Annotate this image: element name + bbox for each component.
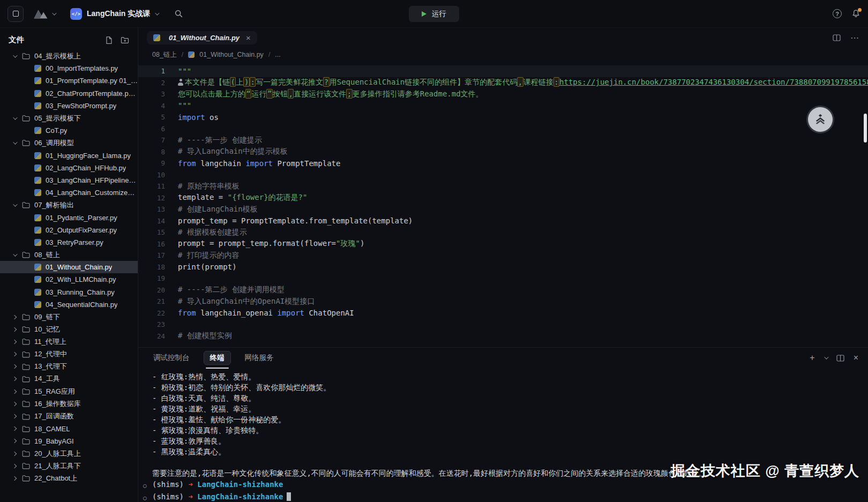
- prompt-arrow-icon: ➜: [188, 492, 192, 501]
- tree-item-label: 02_OutputFixParser.py: [46, 226, 117, 234]
- code-line-6[interactable]: 6: [138, 123, 868, 135]
- tree-folder-14_工具[interactable]: 14_工具: [0, 373, 138, 385]
- more-options-button[interactable]: ⋯: [850, 33, 859, 43]
- help-button[interactable]: ?: [833, 9, 842, 18]
- tree-item-label: 13_代理下: [34, 362, 67, 371]
- terminal-dropdown-button[interactable]: [824, 356, 827, 359]
- tree-file-00_ImportTemplates.py[interactable]: 00_ImportTemplates.py: [0, 62, 138, 74]
- tree-file-03_Running_Chain.py[interactable]: 03_Running_Chain.py: [0, 286, 138, 298]
- code-line-2[interactable]: 2本文件是【链(上):写一篇完美鲜花推文?用SequencialChain链接不…: [138, 77, 868, 89]
- code-line-17[interactable]: 17# 打印提示的内容: [138, 250, 868, 261]
- split-panel-button[interactable]: [836, 355, 844, 362]
- code-line-21[interactable]: 21# 导入LangChain中的OpenAI模型接口: [138, 296, 868, 308]
- close-tab-icon[interactable]: ×: [246, 34, 251, 42]
- search-button[interactable]: [172, 7, 185, 20]
- tree-folder-20_人脉工具上[interactable]: 20_人脉工具上: [0, 447, 138, 460]
- tree-file-02_ChatPromptTemplate.py 0...[interactable]: 02_ChatPromptTemplate.py 0...: [0, 87, 138, 100]
- code-line-14[interactable]: 14prompt_temp = PromptTemplate.from_temp…: [138, 215, 868, 227]
- code-line-10[interactable]: 10: [138, 169, 868, 181]
- breadcrumb-more[interactable]: ...: [275, 51, 280, 58]
- tree-file-01_Without_Chain.py[interactable]: 01_Without_Chain.py: [0, 261, 138, 273]
- line-number: 24: [138, 332, 165, 340]
- code-line-13[interactable]: 13# 创建LangChain模板: [138, 204, 868, 215]
- panel-tab-调试控制台[interactable]: 调试控制台: [152, 351, 191, 365]
- editor-tab[interactable]: 01_Without_Chain.py ×: [147, 31, 257, 44]
- split-editor-button[interactable]: [833, 34, 841, 41]
- panel-tab-终端[interactable]: 终端: [204, 351, 231, 365]
- tree-folder-08_链上[interactable]: 08_链上: [0, 249, 138, 261]
- tree-folder-16_操作数据库[interactable]: 16_操作数据库: [0, 398, 138, 410]
- tree-file-03_FewShotPrompt.py[interactable]: 03_FewShotPrompt.py: [0, 100, 138, 112]
- project-selector[interactable]: </> LangChain 实战课: [66, 6, 162, 22]
- code-line-15[interactable]: 15# 根据模板创建提示: [138, 227, 868, 238]
- tree-file-CoT.py[interactable]: CoT.py: [0, 124, 138, 137]
- tree-folder-10_记忆[interactable]: 10_记忆: [0, 323, 138, 335]
- project-name: LangChain 实战课: [87, 9, 150, 19]
- tree-folder-19_BabyAGI[interactable]: 19_BabyAGI: [0, 435, 138, 447]
- panel-tab-网络服务[interactable]: 网络服务: [244, 351, 275, 365]
- tree-folder-09_链下[interactable]: 09_链下: [0, 311, 138, 323]
- tree-file-03_RetryParser.py[interactable]: 03_RetryParser.py: [0, 236, 138, 249]
- python-file-icon: [34, 189, 41, 196]
- tree-folder-04_提示模板上[interactable]: 04_提示模板上: [0, 50, 138, 62]
- tree-folder-17_回调函数[interactable]: 17_回调函数: [0, 410, 138, 422]
- tree-folder-15_RAG应用[interactable]: 15_RAG应用: [0, 385, 138, 398]
- tree-file-03_LangChain_HFPipeline.py[interactable]: 03_LangChain_HFPipeline.py: [0, 174, 138, 186]
- tree-file-04_SequentialChain.py[interactable]: 04_SequentialChain.py: [0, 298, 138, 311]
- code-line-11[interactable]: 11# 原始字符串模板: [138, 181, 868, 192]
- prompt-arrow-icon: ➜: [188, 480, 192, 489]
- code-line-20[interactable]: 20# ----第二步 创建并调用模型: [138, 284, 868, 296]
- tree-file-04_LangChain_CustomizeMod...[interactable]: 04_LangChain_CustomizeMod...: [0, 186, 138, 199]
- line-content: prompt = prompt_temp.format(flower="玫瑰"): [165, 239, 364, 249]
- tree-item-label: 08_链上: [34, 250, 60, 260]
- tree-folder-18_CAMEL[interactable]: 18_CAMEL: [0, 423, 138, 435]
- code-line-22[interactable]: 22from langchain_openai import ChatOpenA…: [138, 308, 868, 319]
- tree-folder-07_解析输出[interactable]: 07_解析输出: [0, 199, 138, 211]
- tree-folder-21_人脉工具下[interactable]: 21_人脉工具下: [0, 460, 138, 472]
- tab-label: 01_Without_Chain.py: [169, 34, 240, 42]
- notifications-button[interactable]: [851, 9, 860, 18]
- tree-file-01_PromptTemplate.py 01_sof...[interactable]: 01_PromptTemplate.py 01_sof...: [0, 74, 138, 87]
- code-line-9[interactable]: 9from langchain import PromptTemplate: [138, 158, 868, 169]
- terminal-line: - 黑玫瑰:温柔真心。: [152, 446, 857, 457]
- code-area[interactable]: 1"""2本文件是【链(上):写一篇完美鲜花推文?用SequencialChai…: [138, 62, 868, 347]
- breadcrumb-file[interactable]: 01_Without_Chain.py: [199, 51, 264, 58]
- new-folder-button[interactable]: [121, 36, 129, 44]
- tree-folder-12_代理中[interactable]: 12_代理中: [0, 348, 138, 361]
- code-line-3[interactable]: 3您可以点击最上方的“运行”按钮,直接运行该文件;更多操作指引请参考Readme…: [138, 88, 868, 100]
- code-line-18[interactable]: 18print(prompt): [138, 261, 868, 273]
- code-line-5[interactable]: 5import os: [138, 111, 868, 123]
- python-file-icon: [34, 239, 41, 246]
- new-file-button[interactable]: [105, 36, 113, 44]
- tree-file-02_OutputFixParser.py[interactable]: 02_OutputFixParser.py: [0, 224, 138, 236]
- tree-folder-22_Chatbot上[interactable]: 22_Chatbot上: [0, 472, 138, 484]
- terminal-output[interactable]: - 红玫瑰:热情、热爱、爱情。- 粉玫瑰:初恋、特别的关怀、喜欢你那灿烂的微笑。…: [138, 368, 868, 502]
- tree-file-01_HuggingFace_Llama.py[interactable]: 01_HuggingFace_Llama.py: [0, 149, 138, 162]
- tree-file-02_With_LLMChain.py[interactable]: 02_With_LLMChain.py: [0, 273, 138, 286]
- tree-folder-05_提示模板下[interactable]: 05_提示模板下: [0, 112, 138, 124]
- code-line-23[interactable]: 23: [138, 319, 868, 331]
- tree-item-label: 04_LangChain_CustomizeMod...: [46, 189, 138, 197]
- code-line-12[interactable]: 12template = "{flower}的花语是?": [138, 192, 868, 204]
- app-menu-button[interactable]: [30, 6, 58, 21]
- code-line-19[interactable]: 19: [138, 273, 868, 284]
- tree-folder-13_代理下[interactable]: 13_代理下: [0, 361, 138, 373]
- code-line-8[interactable]: 8# 导入LangChain中的提示模板: [138, 146, 868, 158]
- code-line-7[interactable]: 7# ----第一步 创建提示: [138, 134, 868, 146]
- close-panel-button[interactable]: ×: [854, 353, 858, 363]
- folder-icon: [22, 115, 30, 122]
- tree-folder-11_代理上[interactable]: 11_代理上: [0, 335, 138, 348]
- tree-item-label: 09_链下: [34, 312, 60, 322]
- tree-folder-06_调用模型[interactable]: 06_调用模型: [0, 137, 138, 149]
- breadcrumb-folder[interactable]: 08_链上: [152, 50, 177, 59]
- new-terminal-button[interactable]: +: [810, 353, 814, 363]
- tree-file-02_LangChain_HFHub.py[interactable]: 02_LangChain_HFHub.py: [0, 162, 138, 174]
- scrollbar-thumb[interactable]: [864, 114, 867, 143]
- code-line-1[interactable]: 1""": [138, 65, 868, 77]
- run-button[interactable]: 运行: [409, 6, 459, 22]
- code-line-16[interactable]: 16prompt = prompt_temp.format(flower="玫瑰…: [138, 238, 868, 250]
- window-menu-button[interactable]: [8, 6, 24, 22]
- code-line-4[interactable]: 4""": [138, 100, 868, 112]
- tree-file-01_Pydantic_Parser.py[interactable]: 01_Pydantic_Parser.py: [0, 211, 138, 223]
- code-line-24[interactable]: 24# 创建模型实例: [138, 331, 868, 342]
